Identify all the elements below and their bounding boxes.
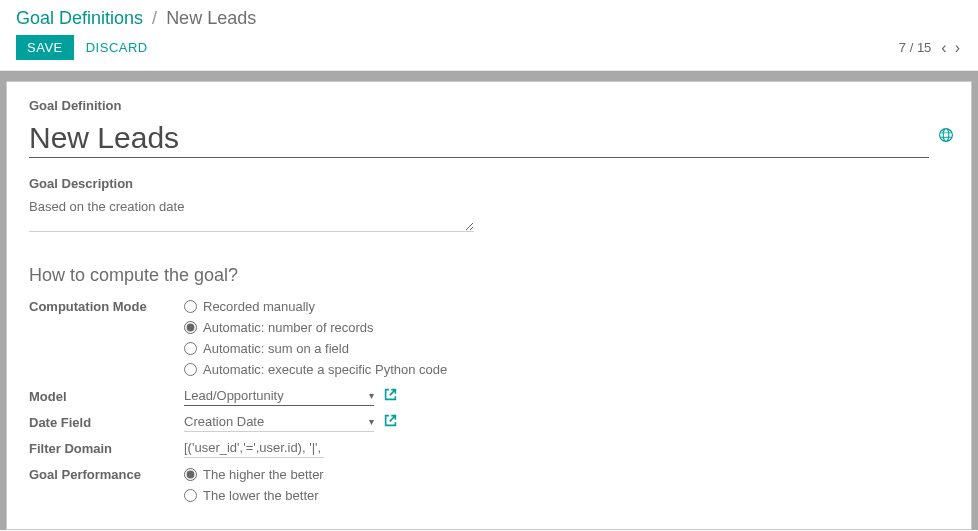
external-link-icon[interactable] bbox=[384, 414, 397, 430]
computation-mode-radio-python[interactable] bbox=[184, 363, 197, 376]
goal-performance-label: Goal Performance bbox=[29, 464, 184, 482]
filter-domain-label: Filter Domain bbox=[29, 438, 184, 456]
goal-performance-option-label[interactable]: The higher the better bbox=[203, 467, 324, 482]
pager-next-icon[interactable]: › bbox=[953, 39, 962, 57]
caret-down-icon: ▾ bbox=[369, 390, 374, 401]
compute-section-title: How to compute the goal? bbox=[29, 265, 949, 286]
computation-mode-radio-sum-field[interactable] bbox=[184, 342, 197, 355]
computation-mode-radio-number-records[interactable] bbox=[184, 321, 197, 334]
globe-icon[interactable] bbox=[939, 128, 953, 145]
breadcrumb-separator: / bbox=[152, 8, 157, 28]
computation-mode-option-label[interactable]: Automatic: execute a specific Python cod… bbox=[203, 362, 447, 377]
goal-description-textarea[interactable]: Based on the creation date bbox=[29, 197, 474, 232]
goal-name-input[interactable] bbox=[29, 119, 929, 158]
model-label: Model bbox=[29, 386, 184, 404]
external-link-icon[interactable] bbox=[384, 388, 397, 404]
goal-definition-label: Goal Definition bbox=[29, 98, 949, 113]
breadcrumb-current: New Leads bbox=[166, 8, 256, 28]
computation-mode-radio-manually[interactable] bbox=[184, 300, 197, 313]
computation-mode-label: Computation Mode bbox=[29, 296, 184, 314]
computation-mode-option-label[interactable]: Recorded manually bbox=[203, 299, 315, 314]
pager-counter: 7 / 15 bbox=[899, 40, 932, 55]
date-field-value: Creation Date bbox=[184, 414, 264, 429]
date-field-select[interactable]: Creation Date ▾ bbox=[184, 412, 374, 432]
goal-performance-radio-lower[interactable] bbox=[184, 489, 197, 502]
breadcrumb: Goal Definitions / New Leads bbox=[16, 8, 962, 29]
filter-domain-input[interactable] bbox=[184, 438, 324, 458]
computation-mode-option-label[interactable]: Automatic: sum on a field bbox=[203, 341, 349, 356]
discard-button[interactable]: DISCARD bbox=[86, 40, 148, 55]
caret-down-icon: ▾ bbox=[369, 416, 374, 427]
pager-prev-icon[interactable]: ‹ bbox=[939, 39, 948, 57]
breadcrumb-parent[interactable]: Goal Definitions bbox=[16, 8, 143, 28]
model-select[interactable]: Lead/Opportunity ▾ bbox=[184, 386, 374, 406]
goal-performance-option-label[interactable]: The lower the better bbox=[203, 488, 319, 503]
goal-description-label: Goal Description bbox=[29, 176, 949, 191]
date-field-label: Date Field bbox=[29, 412, 184, 430]
computation-mode-option-label[interactable]: Automatic: number of records bbox=[203, 320, 374, 335]
model-value: Lead/Opportunity bbox=[184, 388, 284, 403]
goal-performance-radio-higher[interactable] bbox=[184, 468, 197, 481]
save-button[interactable]: SAVE bbox=[16, 35, 74, 60]
